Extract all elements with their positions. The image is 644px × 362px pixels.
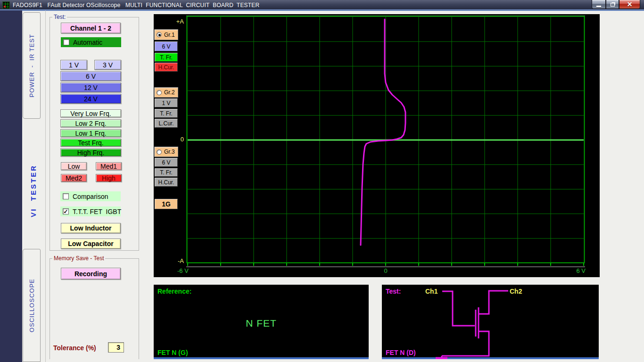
close-icon: ✕ [627,1,633,8]
low-1-frq-button[interactable]: Low 1 Frq. [60,129,121,137]
group-2-current-button[interactable]: L.Cur. [155,119,178,128]
group-3-selector[interactable]: Gr.3 [154,147,178,157]
group-3-frequency-button[interactable]: T. Fr. [155,168,178,177]
test-groupbox-title: Test: [52,14,67,20]
tab-strip-edge [45,10,46,362]
tab-vi-tester[interactable]: VI TESTER [23,141,43,240]
tolerance-input[interactable] [108,342,124,353]
gain-1g-button[interactable]: 1G [155,199,178,209]
vi-curve-plot [186,16,585,268]
restore-icon [611,3,615,7]
voltage-24v-button[interactable]: 24 V [60,94,121,104]
tab-vi-tester-label: VI TESTER [29,165,37,217]
group-1-label: Gr.1 [164,32,175,38]
group-1-frequency-button[interactable]: T. Fr. [155,53,178,62]
group-2-voltage-button[interactable]: 1 V [155,99,178,107]
group-2-selector[interactable]: Gr.2 [154,87,178,98]
x-axis-right-label: 6 V [570,267,586,274]
window-title: FADOS9F1 FAult Detector OScilloscope MUL… [13,2,259,8]
memory-save-title: Memory Save - Test [52,255,105,262]
comparison-checkbox[interactable] [63,193,69,199]
oscilloscope-area: Gr.1 6 V T. Fr. H.Cur. Gr.2 1 V T. Fr. L… [154,14,600,277]
close-button[interactable]: ✕ [619,0,640,9]
current-low-button[interactable]: Low [61,162,87,170]
comparison-label: Comparison [73,193,108,200]
voltage-12v-button[interactable]: 12 V [60,82,121,92]
test-frq-button[interactable]: Test Frq. [60,139,121,147]
automatic-toggle[interactable]: Automatic [61,37,121,47]
low-inductor-button[interactable]: Low Inductor [61,223,121,233]
tab-oscilloscope[interactable]: OSCILLOSCOPE [23,249,41,362]
tab-power-ir-test[interactable]: POWER - IR TEST [23,12,41,119]
x-axis-left-label: -6 V [177,267,189,274]
restore-button[interactable] [606,0,619,9]
channel-1-2-button[interactable]: Channel 1 - 2 [61,23,121,33]
title-bar: FADOS9F1 FAult Detector OScilloscope MUL… [0,0,644,10]
reference-panel-footer: FET N (G) [157,349,188,356]
group-3-voltage-button[interactable]: 6 V [155,158,178,167]
titlebar-edge [0,9,644,11]
tolerance-label: Tolerance (%) [53,344,96,352]
y-axis-minus-a-label: -A [172,257,184,264]
circuit-gate-wire [442,291,475,326]
high-frq-button[interactable]: High Frq. [60,148,121,156]
minimize-button[interactable] [592,0,606,9]
memory-save-groupbox: Memory Save - Test Recording Tolerance (… [50,258,139,359]
group-3-label: Gr.3 [164,148,175,155]
circuit-drain-wire [479,291,508,314]
group-1-selector[interactable]: Gr.1 [154,29,178,40]
automatic-checkbox[interactable] [63,39,69,45]
app-icon [2,1,10,9]
n-fet-circuit-diagram [382,285,599,359]
automatic-label: Automatic [73,39,102,46]
voltage-1v-button[interactable]: 1 V [60,60,87,70]
group-2-radio[interactable] [157,90,162,95]
y-axis-plus-a-label: +A [172,18,184,25]
reference-component-name: N FET [154,318,369,329]
tab-power-ir-test-label: POWER - IR TEST [28,34,35,98]
low-capacitor-button[interactable]: Low Capacitor [61,239,121,249]
group-2-frequency-button[interactable]: T. Fr. [155,109,178,118]
group-1-current-button[interactable]: H.Cur. [155,63,178,72]
reference-panel: Reference: N FET FET N (G) [154,285,369,359]
group-3-current-button[interactable]: H.Cur. [155,178,178,187]
current-med2-button[interactable]: Med2 [61,174,87,182]
app-window: FADOS9F1 FAult Detector OScilloscope MUL… [0,0,644,362]
test-display-footer: FET N (D) [386,349,416,356]
group-1-radio[interactable] [157,32,162,37]
comparison-toggle[interactable]: Comparison [60,191,121,201]
low-2-frq-button[interactable]: Low 2 Frq. [60,119,121,127]
y-axis-zero-label: 0 [172,136,184,143]
circuit-source-wire [442,331,489,356]
voltage-6v-button[interactable]: 6 V [60,71,121,81]
group-3-radio[interactable] [157,149,162,155]
reference-panel-title: Reference: [157,288,191,295]
current-high-button[interactable]: High [96,174,122,182]
group-1-voltage-button[interactable]: 6 V [155,41,178,51]
ttt-fet-igbt-toggle[interactable]: ✓ T.T.T. FET IGBT [60,206,121,216]
recording-button[interactable]: Recording [61,268,121,280]
very-low-frq-button[interactable]: Very Low Frq. [60,109,121,117]
group-2-label: Gr.2 [164,89,175,96]
vi-curve-trace [361,19,405,245]
x-axis-zero-label: 0 [380,267,391,274]
voltage-3v-button[interactable]: 3 V [94,60,121,70]
test-groupbox: Test: Channel 1 - 2 Automatic 1 V 3 V 6 … [50,17,139,251]
minimize-icon [596,6,601,7]
current-med1-button[interactable]: Med1 [96,162,122,170]
test-display-panel: Test: Ch1 Ch2 FET N (D) [382,285,599,359]
tab-oscilloscope-label: OSCILLOSCOPE [28,279,35,332]
ttt-fet-igbt-label: T.T.T. FET IGBT [73,208,121,215]
ttt-fet-igbt-checkbox[interactable]: ✓ [63,208,69,214]
left-rail [0,10,22,362]
